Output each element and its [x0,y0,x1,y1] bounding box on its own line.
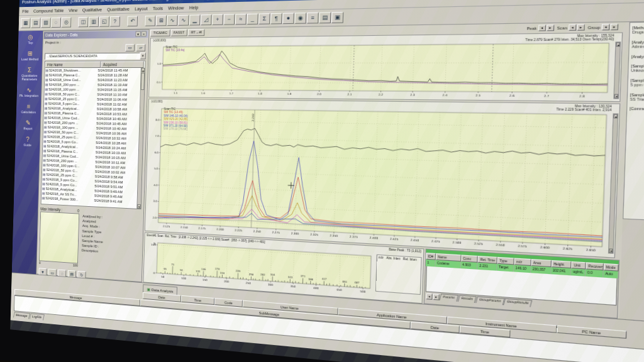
sidebar-item[interactable]: ≡ Calculation [17,102,40,114]
record-dot-icon[interactable]: ● [282,13,294,24]
file-row[interactable]: ▤ 5242018_Shutdown... 5/24/2018 11:45 AM [45,68,140,73]
separator[interactable] [72,17,79,27]
browse-folder-button[interactable]: ▭ [125,44,135,52]
help-icon[interactable]: ? [109,16,120,27]
menu-item[interactable]: Help [189,4,199,10]
spectrum-process-icon[interactable]: Σ [258,13,270,25]
main-chromatogram-plot[interactable]: 2.1252.1502.1752.2002.2252.2502.2752.300… [145,106,614,255]
tic-scrollbar[interactable]: ▲ ▼ [613,41,621,99]
method-wizard-icon[interactable]: ✎ [145,16,155,26]
scroll-down-icon[interactable]: ▼ [137,204,141,209]
baseline-icon[interactable]: _ [247,14,258,25]
svg-text:226: 226 [236,270,241,273]
peak-auto-icon[interactable]: ≈ [235,14,247,25]
scroll-up-icon[interactable]: ▲ [616,42,619,47]
scroll-down-icon[interactable]: ▼ [614,94,618,99]
svg-text:94: 94 [180,270,183,273]
separator[interactable] [120,16,127,27]
scroll-up-icon[interactable]: ▲ [142,68,145,72]
project-path-select[interactable]: ...\Data\SERIOUS SCIENCE\DATA [45,53,140,60]
next-icon[interactable]: ► [547,25,554,31]
svg-text:2.550: 2.550 [496,243,505,247]
svg-text:73: 73 [171,263,174,266]
column-header-acquired[interactable]: Acquired [101,61,144,68]
data-explorer-panel: Data Explorer - Data ▾× Project in : ▭ ▱… [36,29,149,282]
table-view-icon[interactable]: ▥ [89,17,99,28]
new-folder-button[interactable]: ▱ [136,44,145,52]
column-header-file-name[interactable]: File Name [45,62,101,69]
svg-text:2.650: 2.650 [586,248,596,252]
chevron-down-icon[interactable]: ▼ [140,53,145,60]
results-tab[interactable]: GroupParams [475,296,505,305]
colorbar-min: 0 [39,261,41,265]
sidebar-item[interactable]: ✎ Report [16,119,40,131]
sidebar-item-label: Quantitative Parameters [18,74,41,81]
menu-item[interactable]: File [22,8,28,14]
sidebar-item[interactable]: ⊞ Load Method [18,50,42,61]
results-tab[interactable]: Results [457,295,476,303]
manual-integration-icon[interactable]: ∿ [167,15,177,26]
tile-view-icon[interactable]: ◫ [78,17,88,28]
cell-unit: ug/mL [571,268,586,277]
next-icon[interactable]: ► [610,24,618,30]
quant-result-icon[interactable]: ≡ [307,13,319,24]
menu-item[interactable]: Layout [135,6,148,11]
log-tab[interactable]: LogFile [30,313,45,320]
close-icon[interactable]: × [141,31,146,36]
svg-text:55: 55 [164,268,167,272]
prev-icon[interactable]: ◄ [602,24,610,30]
print-preview-icon[interactable]: ▧ [41,18,51,28]
window-layout-icon[interactable]: ◱ [99,16,109,27]
spectrum-view-icon[interactable]: ▁ [189,14,201,25]
menu-item[interactable]: Window [168,5,184,11]
tic-overview-plot[interactable]: 1.51.61.71.81.92.02.12.22.32.42.52.62.72… [149,41,617,100]
legend-entry: SIM 178.10 (76.68) [164,128,188,131]
menu-item[interactable]: Quantitative [107,6,130,13]
prev-icon[interactable]: ◄ [569,25,577,31]
pin-button[interactable]: ▾ [135,31,140,37]
menu-item[interactable]: Compound Table [33,8,64,14]
view-tab[interactable]: TIC&MIC [150,30,170,36]
zoom-icon[interactable]: ◌ [51,18,61,28]
next-icon[interactable]: ► [577,24,585,30]
undo-icon[interactable]: ↶ [127,16,138,26]
data-search-icon[interactable]: ◎ [61,17,71,27]
menu-item[interactable]: Qualitative [82,7,102,13]
peak-subtract-icon[interactable]: − [223,14,235,25]
menu-item[interactable]: View [69,7,77,13]
annotation-icon[interactable]: ¶ [270,13,282,25]
sample-header-label: [Comment] [630,107,644,112]
view-tab[interactable]: RT→#I [188,29,205,36]
peak-add-icon[interactable]: + [212,14,223,25]
svg-text:417: 417 [321,278,327,282]
print-icon[interactable]: ▤ [31,18,41,28]
graph-overlay-icon[interactable]: ▤ [319,12,331,23]
scroll-down-icon[interactable]: ▼ [609,248,613,253]
sidebar-item[interactable]: ◎ Top [19,33,42,45]
results-tab[interactable]: Params [439,293,458,302]
log-tab[interactable]: Message [13,312,30,319]
scrollbar-thumb[interactable] [141,73,145,90]
spectrum-search-icon[interactable]: ◉ [294,13,306,24]
sidebar-item[interactable]: ∿ Pk. Integration [17,86,40,97]
menu-item[interactable]: Tools [153,5,163,11]
svg-text:256: 256 [249,273,254,277]
report-print-icon[interactable]: ▣ [331,12,343,23]
chromatogram-view-icon[interactable]: ∿ [178,15,189,26]
svg-text:2.450: 2.450 [411,238,419,242]
tab-scroll-left-icon[interactable]: ◄ [426,293,432,299]
separator[interactable] [138,16,145,26]
compound-table-icon[interactable]: ⊞ [156,15,167,26]
sidebar-item[interactable]: Σ Quantitative Parameters [18,66,42,80]
sample-header-value: 5 ppm Codeine and Morphine [630,83,644,88]
tic-scale-label: (x100,000) [153,39,166,45]
results-tab[interactable]: GroupResults [503,299,533,307]
tab-data-analysis-label: Data Analysis [152,287,174,293]
save-icon[interactable]: ▦ [21,18,31,28]
view-tab[interactable]: FASST [170,30,187,36]
tab-scroll-right-icon[interactable]: ► [433,293,439,300]
scroll-up-icon[interactable]: ▲ [614,114,618,119]
prev-icon[interactable]: ◄ [538,25,545,31]
calibration-curve-icon[interactable]: ◿ [201,14,212,25]
sidebar-item[interactable]: ? Guide [16,135,39,147]
